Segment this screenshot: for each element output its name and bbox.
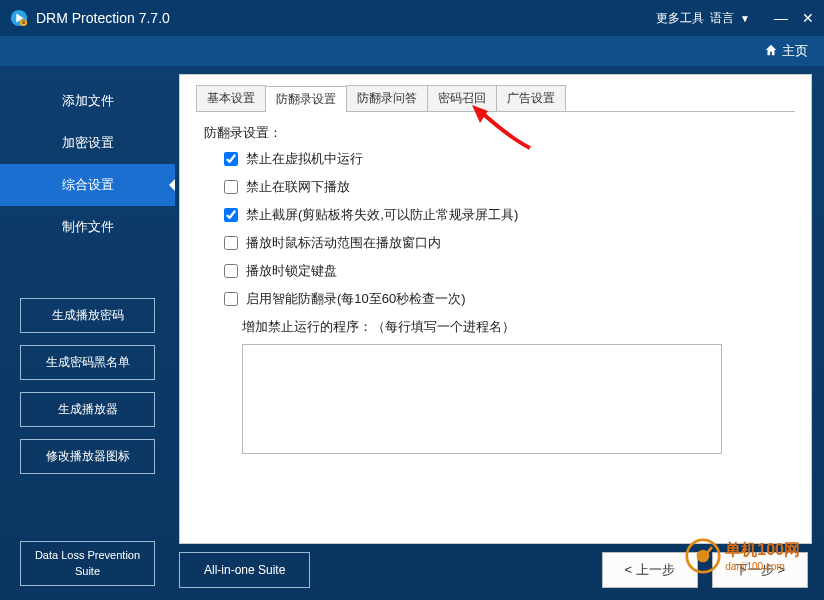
chevron-down-icon[interactable]: ▼ [740, 13, 750, 24]
option-smart-antirecord[interactable]: 启用智能防翻录(每10至60秒检查一次) [224, 290, 795, 308]
content-wrap: 基本设置 防翻录设置 防翻录问答 密码召回 广告设置 防翻录设置： 禁止在虚拟机… [175, 66, 824, 600]
close-button[interactable]: ✕ [802, 10, 814, 26]
option-lock-keyboard[interactable]: 播放时锁定键盘 [224, 262, 795, 280]
checkbox[interactable] [224, 292, 238, 306]
next-step-button[interactable]: 下一步 > [712, 552, 808, 588]
tab-password-recall[interactable]: 密码召回 [427, 85, 497, 111]
home-icon[interactable] [764, 43, 778, 60]
blocked-process-textarea[interactable] [242, 344, 722, 454]
allinone-suite-button[interactable]: All-in-one Suite [179, 552, 310, 588]
language-link[interactable]: 语言 [710, 10, 734, 27]
tab-anti-record[interactable]: 防翻录设置 [265, 86, 347, 112]
option-disable-screenshot[interactable]: 禁止截屏(剪贴板将失效,可以防止常规录屏工具) [224, 206, 795, 224]
checkbox[interactable] [224, 152, 238, 166]
dlp-suite-button[interactable]: Data Loss Prevention Suite [20, 541, 155, 586]
main-area: 添加文件 加密设置 综合设置 制作文件 生成播放密码 生成密码黑名单 生成播放器… [0, 66, 824, 600]
sidebar-item-label: 加密设置 [62, 135, 114, 150]
sidebar-item-add-file[interactable]: 添加文件 [0, 80, 175, 122]
option-disable-online-play[interactable]: 禁止在联网下播放 [224, 178, 795, 196]
tab-basic[interactable]: 基本设置 [196, 85, 266, 111]
app-logo-icon [10, 9, 28, 27]
tabs: 基本设置 防翻录设置 防翻录问答 密码召回 广告设置 [196, 85, 795, 112]
titlebar-tools: 更多工具 语言 ▼ — ✕ [656, 10, 814, 27]
option-label: 禁止在联网下播放 [246, 178, 350, 196]
blocked-process-label: 增加禁止运行的程序：（每行填写一个进程名） [242, 318, 795, 336]
gen-player-button[interactable]: 生成播放器 [20, 392, 155, 427]
sidebar-item-label: 综合设置 [62, 177, 114, 192]
tab-ad-settings[interactable]: 广告设置 [496, 85, 566, 111]
option-label: 播放时鼠标活动范围在播放窗口内 [246, 234, 441, 252]
checkbox[interactable] [224, 180, 238, 194]
option-label: 启用智能防翻录(每10至60秒检查一次) [246, 290, 466, 308]
section-title: 防翻录设置： [204, 124, 795, 142]
app-title: DRM Protection 7.7.0 [36, 10, 656, 26]
option-label: 禁止截屏(剪贴板将失效,可以防止常规录屏工具) [246, 206, 518, 224]
option-restrict-mouse[interactable]: 播放时鼠标活动范围在播放窗口内 [224, 234, 795, 252]
sidebar-item-label: 制作文件 [62, 219, 114, 234]
sidebar-item-encrypt-settings[interactable]: 加密设置 [0, 122, 175, 164]
home-link[interactable]: 主页 [782, 42, 808, 60]
sidebar-item-make-file[interactable]: 制作文件 [0, 206, 175, 248]
checkbox[interactable] [224, 208, 238, 222]
sidebar-item-label: 添加文件 [62, 93, 114, 108]
title-bar: DRM Protection 7.7.0 更多工具 语言 ▼ — ✕ [0, 0, 824, 36]
more-tools-link[interactable]: 更多工具 [656, 10, 704, 27]
option-label: 播放时锁定键盘 [246, 262, 337, 280]
settings-panel: 基本设置 防翻录设置 防翻录问答 密码召回 广告设置 防翻录设置： 禁止在虚拟机… [179, 74, 812, 544]
gen-password-blacklist-button[interactable]: 生成密码黑名单 [20, 345, 155, 380]
gen-play-password-button[interactable]: 生成播放密码 [20, 298, 155, 333]
sidebar: 添加文件 加密设置 综合设置 制作文件 生成播放密码 生成密码黑名单 生成播放器… [0, 66, 175, 600]
checkbox[interactable] [224, 236, 238, 250]
option-disable-vm[interactable]: 禁止在虚拟机中运行 [224, 150, 795, 168]
bottom-row: All-in-one Suite < 上一步 下一步 > [179, 552, 812, 588]
edit-player-icon-button[interactable]: 修改播放器图标 [20, 439, 155, 474]
tab-anti-record-qa[interactable]: 防翻录问答 [346, 85, 428, 111]
top-bar: 主页 [0, 36, 824, 66]
svg-rect-2 [22, 22, 25, 24]
minimize-button[interactable]: — [774, 10, 788, 26]
option-label: 禁止在虚拟机中运行 [246, 150, 363, 168]
checkbox-list: 禁止在虚拟机中运行 禁止在联网下播放 禁止截屏(剪贴板将失效,可以防止常规录屏工… [224, 150, 795, 308]
prev-step-button[interactable]: < 上一步 [602, 552, 698, 588]
checkbox[interactable] [224, 264, 238, 278]
sidebar-buttons: 生成播放密码 生成密码黑名单 生成播放器 修改播放器图标 [0, 298, 175, 474]
sidebar-item-general-settings[interactable]: 综合设置 [0, 164, 175, 206]
